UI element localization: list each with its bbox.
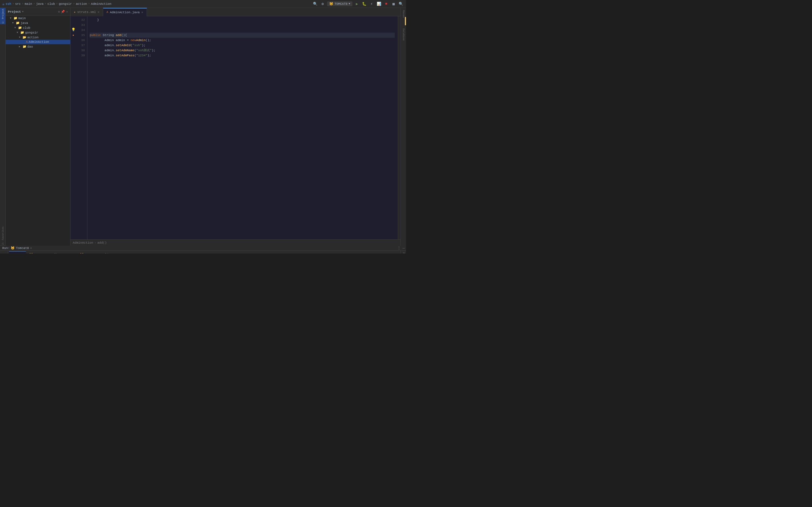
linenum-34: 34 <box>76 27 85 33</box>
folder-icon-dao: 📁 <box>22 45 27 48</box>
top-bar: ☕ ssh › src › main › java › club › gongs… <box>0 0 406 8</box>
settings-btn[interactable]: ⚙ <box>320 1 325 7</box>
tree-arrow-java: ▼ <box>12 22 15 24</box>
breadcrumb-adminaction: AdminAction <box>73 241 93 244</box>
tree-pin-btn[interactable]: 📌 <box>61 10 65 13</box>
tomcat-run-icon: 🐱 <box>11 246 15 250</box>
tree-close-btn[interactable]: ✕ <box>66 10 68 13</box>
minimize-btn[interactable]: — <box>403 246 405 250</box>
bottom-subtabs: Server 🐱 Tomcat Localhost Log ✕ 🐱 Tomcat… <box>8 251 400 253</box>
orange-indicator <box>405 17 406 25</box>
bottom-right-tabs: Persistence 7: Structure <box>400 251 406 253</box>
database-tab[interactable]: Database <box>402 27 405 42</box>
code-line-39: admin.setAdmPass("1234"); <box>90 53 395 58</box>
folder-icon-gongsir: 📁 <box>20 31 24 34</box>
dropdown-chevron[interactable]: ▼ <box>22 10 23 13</box>
server-subtab[interactable]: Server <box>9 251 26 254</box>
breadcrumb-main[interactable]: main <box>24 2 32 6</box>
run-config[interactable]: 🐱 TOMCAT8 ▼ <box>327 1 352 6</box>
breadcrumb-java[interactable]: java <box>36 2 43 6</box>
gutter: 💡 ● <box>70 16 76 239</box>
favorites-tab[interactable]: 2: Favorites <box>0 240 5 245</box>
lightbulb-icon[interactable]: 💡 <box>71 28 75 32</box>
run-coverage-btn[interactable]: ⚡ <box>369 1 374 7</box>
bottom-row: ↺ ■ ▶ ↓↓ 📌 ⚙ 🔍 Server 🐱 Tomcat Localhost… <box>0 251 406 253</box>
restart-btn[interactable]: ↺ <box>1 252 7 253</box>
tree-settings-btn[interactable]: ⚙ <box>58 10 60 13</box>
scrollbar-track <box>398 16 400 239</box>
tab-adminaction-java[interactable]: A AdminAction.java ✕ <box>103 8 147 16</box>
tree-arrow-action: ▼ <box>19 36 22 39</box>
code-editor: 💡 ● 32 33 34 35 36 37 <box>70 16 400 245</box>
tab-adminaction-close[interactable]: ✕ <box>141 10 143 14</box>
persistence-tab[interactable]: Persistence <box>402 252 405 253</box>
dropdown-icon: ▼ <box>349 3 350 5</box>
java-icon: A <box>107 11 108 14</box>
editor-container: ✦ struts.xml ✕ A AdminAction.java ✕ 💡 <box>70 8 400 245</box>
breadcrumb-ssh[interactable]: ssh <box>6 2 11 6</box>
folder-icon-action: 📂 <box>22 36 27 39</box>
tomcat-catalina-log-icon: 🐱 <box>80 253 84 254</box>
tree-item-action[interactable]: ▼ 📂 action <box>6 35 70 40</box>
tab-struts-xml[interactable]: ✦ struts.xml ✕ <box>70 8 103 16</box>
scrollbar-area <box>397 16 400 239</box>
tomcat-catalina-close[interactable]: ✕ <box>121 253 123 254</box>
tomcat-localhost-log-icon: 🐱 <box>29 253 33 254</box>
run-text: Run: <box>2 246 10 250</box>
right-panel-tabs: Maven Database <box>400 8 406 245</box>
breadcrumb-club[interactable]: club <box>47 2 55 6</box>
project-label: Project <box>8 10 21 13</box>
code-line-33 <box>90 22 395 27</box>
breadcrumb-action[interactable]: action <box>76 2 87 6</box>
bottom-tabs-header: Run: 🐱 Tomcat8 ✕ ⋮ — <box>0 245 406 251</box>
play-btn[interactable]: ▶ <box>354 1 360 7</box>
tomcat-localhost-log-subtab[interactable]: 🐱 Tomcat Localhost Log ✕ <box>27 251 77 254</box>
run-label: Run: 🐱 Tomcat8 ✕ <box>1 246 33 250</box>
tab-adminaction-label: AdminAction.java <box>110 11 140 14</box>
run-close-btn[interactable]: ✕ <box>30 246 32 250</box>
search-btn[interactable]: 🔍 <box>312 1 318 7</box>
tree-label-action: action <box>28 36 39 39</box>
breadcrumb-adminaction[interactable]: AdminAction <box>91 2 112 6</box>
breadcrumb-add: add() <box>97 241 107 244</box>
java-file-icon: A <box>26 40 28 44</box>
tree-item-adminaction[interactable]: A AdminAction <box>6 40 70 44</box>
editor-breadcrumb: AdminAction › add() <box>70 239 400 245</box>
layout-btn[interactable]: ▦ <box>391 1 396 7</box>
tab-struts-close[interactable]: ✕ <box>98 10 100 14</box>
tab-struts-label: struts.xml <box>77 10 96 14</box>
tomcat-catalina-log-label: Tomcat Catalina Log <box>85 253 120 254</box>
linenum-38: 38 <box>76 48 85 53</box>
code-line-34 <box>90 27 395 33</box>
tree-item-java[interactable]: ▼ 📁 java <box>6 20 70 25</box>
code-line-35: public String add(){ <box>90 33 395 38</box>
search2-btn[interactable]: 🔍 <box>398 1 404 7</box>
run-config-label: TOMCAT8 <box>335 2 347 6</box>
breadcrumb-gongsir[interactable]: gongsir <box>59 2 72 6</box>
debug-btn[interactable]: 🐛 <box>361 1 367 7</box>
tree-item-gongsir[interactable]: ▼ 📁 gongsir <box>6 30 70 35</box>
tree-item-main[interactable]: ▼ 📁 main <box>6 16 70 20</box>
bottom-main: Server 🐱 Tomcat Localhost Log ✕ 🐱 Tomcat… <box>8 251 400 253</box>
stop-btn[interactable]: ■ <box>384 1 389 7</box>
tree-item-dao[interactable]: ▶ 📁 dao <box>6 44 70 49</box>
tree-label-adminaction: AdminAction <box>29 40 49 44</box>
breakpoint-icon[interactable]: ● <box>72 34 74 37</box>
tomcat-catalina-log-subtab[interactable]: 🐱 Tomcat Catalina Log ✕ <box>77 251 125 254</box>
tomcat-localhost-close[interactable]: ✕ <box>72 253 74 254</box>
tree-arrow-gongsir: ▼ <box>17 31 19 34</box>
code-lines[interactable]: } public String add(){ Admin admin = new… <box>87 16 397 239</box>
profiler-btn[interactable]: 📊 <box>376 1 382 7</box>
bottom-panel: Run: 🐱 Tomcat8 ✕ ⋮ — ↺ ■ ▶ ↓↓ 📌 ⚙ 🔍 Serv… <box>0 245 406 253</box>
maven-tab[interactable]: Maven <box>402 9 405 19</box>
breadcrumb-src[interactable]: src <box>15 2 21 6</box>
tree-item-club[interactable]: ▼ 📁 club <box>6 25 70 30</box>
tree-arrow-dao: ▶ <box>19 45 22 48</box>
line-numbers: 32 33 34 35 36 37 38 39 <box>76 16 87 239</box>
gutter-34: 💡 <box>71 27 75 33</box>
tomcat-localhost-log-label: Tomcat Localhost Log <box>34 253 71 254</box>
more-btn[interactable]: ⋮ <box>397 245 401 250</box>
file-tree: Project ▼ ⚙ 📌 ✕ ▼ 📁 main ▼ 📁 java ▼ 📁 cl… <box>6 8 70 245</box>
main-layout: 1: Project 2: Favorites Project ▼ ⚙ 📌 ✕ … <box>0 8 406 245</box>
project-tab[interactable]: 1: Project <box>0 8 5 24</box>
